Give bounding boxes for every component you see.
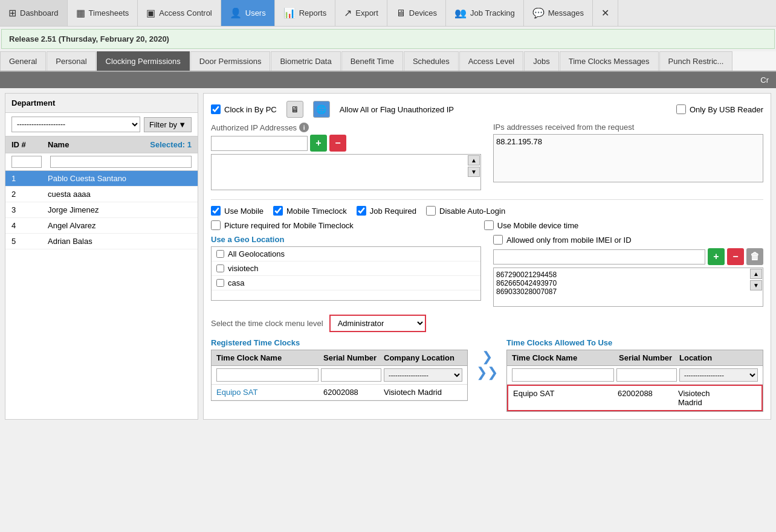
add-imei-button[interactable]: + (708, 248, 725, 265)
ip-list-textarea[interactable] (211, 154, 481, 190)
job-required-checkbox[interactable] (357, 206, 366, 216)
geo-item-visiotech[interactable]: visiotech (212, 261, 480, 276)
nav-devices[interactable]: 🖥 Devices (387, 0, 446, 26)
job-required-group: Job Required (357, 206, 416, 216)
remove-ip-button[interactable]: − (329, 135, 346, 152)
allowed-clock-location-filter[interactable]: ------------------ (679, 368, 758, 382)
mobile-timeclock-checkbox[interactable] (273, 206, 283, 216)
use-mobile-label: Use Mobile (224, 207, 264, 216)
ip-address-input[interactable] (211, 136, 308, 151)
tab-benefit-time[interactable]: Benefit Time (341, 51, 403, 71)
timesheets-icon: ▦ (76, 7, 85, 19)
access-control-icon: ▣ (146, 7, 155, 19)
add-ip-button[interactable]: + (310, 135, 327, 152)
clear-imei-button[interactable]: 🗑 (746, 248, 763, 265)
nav-messages[interactable]: 💬 Messages (524, 0, 593, 26)
imei-scroll-up[interactable]: ▲ (750, 269, 762, 279)
nav-timesheets[interactable]: ▦ Timesheets (68, 0, 138, 26)
department-select[interactable]: -------------------- (11, 117, 140, 132)
user-id-filter[interactable] (11, 156, 42, 168)
mobile-device-time-checkbox[interactable] (484, 220, 494, 230)
clock-in-by-pc-label: Clock in By PC (224, 105, 277, 114)
user-row-1[interactable]: 1 Pablo Cuesta Santano (5, 171, 198, 187)
remove-imei-button[interactable]: − (727, 248, 744, 265)
geo-casa-checkbox[interactable] (216, 279, 224, 287)
nav-access-control[interactable]: ▣ Access Control (138, 0, 221, 26)
only-usb-checkbox[interactable] (676, 104, 686, 114)
tab-jobs[interactable]: Jobs (524, 51, 558, 71)
allowed-clocks-table: Time Clocks Allowed To Use Time Clock Na… (506, 338, 763, 412)
ip-scroll-down[interactable]: ▼ (468, 167, 480, 177)
tab-general[interactable]: General (0, 51, 46, 71)
tab-door-permissions[interactable]: Door Permissions (190, 51, 271, 71)
imei-input-row: + − 🗑 (493, 248, 763, 265)
messages-icon: 💬 (532, 7, 545, 19)
reg-clock-location-filter[interactable]: ------------------ (384, 368, 462, 382)
nav-settings[interactable]: ✕ (593, 0, 618, 26)
right-panel: Clock in By PC 🖥 🌐 Allow All or Flag Una… (203, 93, 771, 420)
tab-time-clocks-messages[interactable]: Time Clocks Messages (560, 51, 659, 71)
nav-dashboard[interactable]: ⊞ Dashboard (0, 0, 68, 26)
clock-in-by-pc-group: Clock in By PC (211, 104, 277, 114)
authorized-ip-label: Authorized IP Addresses i (211, 123, 481, 132)
menu-level-select[interactable]: Administrator User Supervisor (329, 315, 426, 332)
imei-list-textarea[interactable]: 867290021294458 862665042493970 86903302… (493, 268, 763, 307)
tab-biometric-data[interactable]: Biometric Data (271, 51, 340, 71)
filter-by-button[interactable]: Filter by ▼ (144, 117, 192, 132)
reg-clock-serial-filter[interactable] (321, 368, 381, 382)
registered-clock-row-1[interactable]: Equipo SAT 62002088 Visiotech Madrid (212, 385, 467, 400)
disable-auto-login-group: Disable Auto-Login (426, 206, 505, 216)
allowed-clock-row-1[interactable]: Equipo SAT 62002088 VisiotechMadrid (507, 385, 763, 411)
geo-item-casa[interactable]: casa (212, 276, 480, 290)
geo-all-checkbox[interactable] (216, 250, 224, 258)
tab-schedules[interactable]: Schedules (404, 51, 459, 71)
clock-in-by-pc-checkbox[interactable] (211, 104, 221, 114)
imei-input[interactable] (493, 249, 705, 264)
user-row-5[interactable]: 5 Adrian Balas (5, 234, 198, 249)
tabs-bar: General Personal Clocking Permissions Do… (0, 51, 776, 72)
nav-reports[interactable]: 📊 Reports (275, 0, 336, 26)
use-mobile-checkbox[interactable] (211, 206, 221, 216)
only-usb-group: Only By USB Reader (676, 104, 763, 114)
transfer-arrows: ❯ ❯❯ (474, 338, 500, 391)
tab-clocking-permissions[interactable]: Clocking Permissions (97, 51, 190, 71)
settings-icon: ✕ (601, 7, 609, 19)
dept-header: Department (5, 94, 198, 113)
mobile-timeclock-group: Mobile Timeclock (273, 206, 347, 216)
nav-users[interactable]: 👤 Users (221, 0, 275, 26)
mobile-device-time-group: Use Mobile device time (484, 220, 578, 230)
tab-punch-restrict[interactable]: Punch Restric... (659, 51, 733, 71)
geo-list[interactable]: All Geolocations visiotech casa (211, 246, 481, 301)
reg-clock-name-filter[interactable] (216, 368, 318, 382)
export-icon: ↗ (344, 7, 352, 19)
allowed-clock-serial-filter[interactable] (616, 368, 677, 382)
left-panel: Department -------------------- Filter b… (5, 93, 198, 420)
imei-allowed-group: Allowed only from mobile IMEI or ID (493, 235, 763, 245)
tab-personal[interactable]: Personal (47, 51, 95, 71)
disable-auto-login-checkbox[interactable] (426, 206, 436, 216)
users-icon: 👤 (230, 7, 242, 19)
mobile-row-1: Use Mobile Mobile Timeclock Job Required… (211, 206, 763, 216)
tab-access-level[interactable]: Access Level (459, 51, 524, 71)
ip-received-label: IPs addresses received from the request (493, 123, 763, 132)
imei-scroll-down[interactable]: ▼ (750, 280, 762, 290)
allowed-clock-name-filter[interactable] (512, 368, 614, 382)
user-filter-row (5, 153, 198, 171)
nav-job-tracking[interactable]: 👥 Job Tracking (446, 0, 524, 26)
transfer-right-arrow[interactable]: ❯ (482, 350, 493, 364)
imei-allowed-checkbox[interactable] (493, 235, 503, 245)
geo-visiotech-checkbox[interactable] (216, 264, 224, 272)
user-row-3[interactable]: 3 Jorge Jimenez (5, 202, 198, 218)
devices-icon: 🖥 (396, 8, 406, 19)
main-content: Department -------------------- Filter b… (0, 88, 776, 425)
transfer-double-right-arrow[interactable]: ❯❯ (476, 366, 498, 379)
picture-required-checkbox[interactable] (211, 220, 221, 230)
geo-item-all[interactable]: All Geolocations (212, 247, 480, 261)
ip-scroll-up[interactable]: ▲ (468, 155, 480, 165)
info-icon[interactable]: i (299, 123, 309, 132)
picture-required-label: Picture required for Mobile Timeclock (224, 221, 354, 230)
user-row-2[interactable]: 2 cuesta aaaa (5, 187, 198, 202)
user-name-filter[interactable] (50, 156, 192, 168)
nav-export[interactable]: ↗ Export (335, 0, 387, 26)
user-row-4[interactable]: 4 Angel Alvarez (5, 218, 198, 234)
